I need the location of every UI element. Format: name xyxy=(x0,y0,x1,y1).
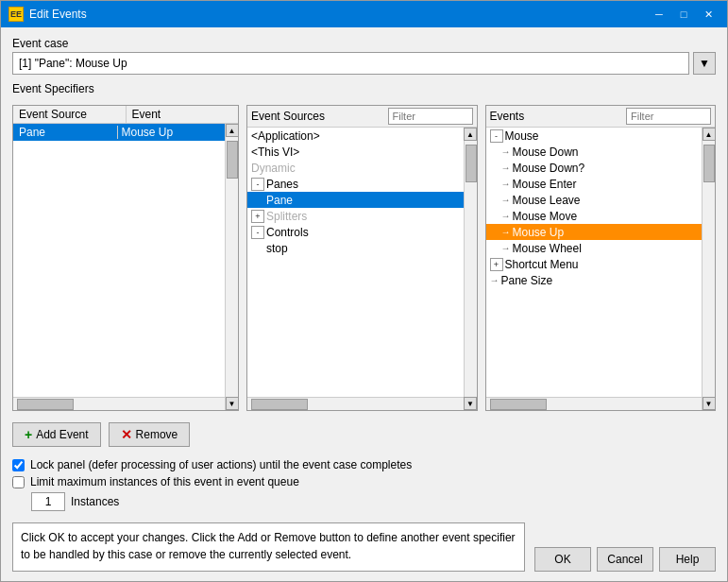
arrow-mouse-move: → xyxy=(501,211,511,221)
add-icon: + xyxy=(25,427,32,442)
specifiers-header: Event Source Event xyxy=(13,106,238,124)
specifier-row-0[interactable]: Pane Mouse Up xyxy=(13,124,225,141)
sources-scroll-thumb xyxy=(466,145,477,182)
specifiers-scrollbar-thumb xyxy=(17,399,74,410)
event-mouse-down-q[interactable]: → Mouse Down? xyxy=(486,160,703,176)
arrow-pane-size: → xyxy=(490,275,499,285)
events-list[interactable]: - Mouse → Mouse Down → Mouse Down? xyxy=(486,128,703,397)
close-button[interactable]: ✕ xyxy=(697,5,720,24)
events-scroll-up[interactable]: ▲ xyxy=(703,128,716,141)
controls-label: Controls xyxy=(266,226,309,239)
events-scroll-down[interactable]: ▼ xyxy=(703,397,716,410)
event-case-row: [1] "Pane": Mouse Up ▼ xyxy=(12,52,716,75)
event-case-arrow[interactable]: ▼ xyxy=(693,52,716,75)
application-label: <Application> xyxy=(251,129,320,143)
source-controls-expand[interactable]: - Controls xyxy=(247,224,464,240)
title-bar: EE Edit Events ─ □ ✕ xyxy=(1,1,727,27)
arrow-mouse-wheel: → xyxy=(501,243,511,253)
panes-expand-icon: - xyxy=(251,178,264,191)
add-event-label: Add Event xyxy=(36,428,88,441)
sources-label: Event Sources xyxy=(251,110,325,123)
event-mouse-enter[interactable]: → Mouse Enter xyxy=(486,176,703,192)
arrow-mouse-down: → xyxy=(501,146,511,157)
source-this-vi[interactable]: <This VI> xyxy=(247,144,464,160)
mouse-wheel-label: Mouse Wheel xyxy=(513,242,582,255)
arrow-mouse-up: → xyxy=(501,227,511,237)
help-button[interactable]: Help xyxy=(659,547,716,572)
maximize-button[interactable]: □ xyxy=(672,5,695,24)
splitters-label: Splitters xyxy=(266,210,307,223)
event-case-dropdown[interactable]: [1] "Pane": Mouse Up xyxy=(12,52,689,75)
mouse-up-label: Mouse Up xyxy=(513,226,565,239)
source-dynamic[interactable]: Dynamic xyxy=(247,160,464,176)
event-case-value: [1] "Pane": Mouse Up xyxy=(19,57,127,70)
source-pane[interactable]: Pane xyxy=(247,192,464,208)
specifiers-scrollbar-x[interactable] xyxy=(13,397,225,410)
sources-scrollbar-y[interactable]: ▲ ▼ xyxy=(464,128,477,410)
limit-instances-checkbox[interactable] xyxy=(12,476,25,488)
arrow-mouse-leave: → xyxy=(501,195,511,205)
stop-label: stop xyxy=(266,242,288,255)
sources-list[interactable]: <Application> <This VI> Dynamic - Panes xyxy=(247,128,464,397)
add-event-button[interactable]: + Add Event xyxy=(12,422,101,447)
events-body: - Mouse → Mouse Down → Mouse Down? xyxy=(486,128,716,410)
source-application[interactable]: <Application> xyxy=(247,128,464,144)
edit-events-window: EE Edit Events ─ □ ✕ Event case [1] "Pan… xyxy=(0,0,728,582)
mouse-move-label: Mouse Move xyxy=(513,210,578,223)
cancel-button[interactable]: Cancel xyxy=(597,547,653,572)
lock-panel-checkbox[interactable] xyxy=(12,459,25,471)
title-bar-left: EE Edit Events xyxy=(8,7,87,22)
sources-scroll-down[interactable]: ▼ xyxy=(464,397,477,410)
sources-scroll-up[interactable]: ▲ xyxy=(464,128,477,141)
checkboxes-section: Lock panel (defer processing of user act… xyxy=(12,458,716,511)
events-scroll-thumb xyxy=(490,399,547,410)
remove-icon: ✕ xyxy=(121,427,132,442)
event-mouse-expand[interactable]: - Mouse xyxy=(486,128,703,144)
bottom-section: Click OK to accept your changes. Click t… xyxy=(12,522,716,572)
event-mouse-up[interactable]: → Mouse Up xyxy=(486,224,703,240)
arrow-mouse-down-q: → xyxy=(501,163,511,173)
event-specifiers-panel: Event Source Event Pane Mouse Up xyxy=(12,105,239,411)
events-label: Events xyxy=(490,110,525,123)
instances-label: Instances xyxy=(71,495,119,508)
panes-label: Panes xyxy=(266,178,298,191)
event-pane-size[interactable]: → Pane Size xyxy=(486,272,703,288)
event-mouse-wheel[interactable]: → Mouse Wheel xyxy=(486,240,703,256)
sources-scrollbar-x[interactable] xyxy=(247,397,464,410)
mouse-down-q-label: Mouse Down? xyxy=(513,162,585,175)
events-scrollbar-y[interactable]: ▲ ▼ xyxy=(702,128,715,410)
event-mouse-leave[interactable]: → Mouse Leave xyxy=(486,192,703,208)
lock-panel-row: Lock panel (defer processing of user act… xyxy=(12,458,716,471)
info-box: Click OK to accept your changes. Click t… xyxy=(12,522,525,572)
event-shortcut-menu[interactable]: + Shortcut Menu xyxy=(486,256,703,272)
sources-filter[interactable] xyxy=(388,108,473,125)
window-icon: EE xyxy=(8,7,24,22)
specifiers-list[interactable]: Pane Mouse Up xyxy=(13,124,225,397)
remove-label: Remove xyxy=(136,428,178,441)
sources-scroll-track xyxy=(465,141,477,397)
source-splitters-expand[interactable]: + Splitters xyxy=(247,208,464,224)
arrow-mouse-enter: → xyxy=(501,179,511,189)
ok-button[interactable]: OK xyxy=(534,547,591,572)
events-scrollbar-x[interactable] xyxy=(486,397,703,410)
remove-button[interactable]: ✕ Remove xyxy=(109,422,191,447)
event-mouse-down[interactable]: → Mouse Down xyxy=(486,144,703,160)
specifiers-scrollbar-y[interactable]: ▲ ▼ xyxy=(225,124,238,410)
scroll-down-btn[interactable]: ▼ xyxy=(226,397,239,410)
splitters-expand-icon: + xyxy=(251,210,264,223)
source-stop[interactable]: stop xyxy=(247,240,464,256)
scroll-up-btn[interactable]: ▲ xyxy=(226,124,239,137)
event-mouse-move[interactable]: → Mouse Move xyxy=(486,208,703,224)
events-panel: Events - Mouse → Mouse Down xyxy=(485,105,717,411)
event-case-section: Event case [1] "Pane": Mouse Up ▼ xyxy=(12,37,716,75)
events-inner: - Mouse → Mouse Down → Mouse Down? xyxy=(486,128,703,410)
sources-header: Event Sources xyxy=(247,106,477,128)
minimize-button[interactable]: ─ xyxy=(648,5,670,24)
source-panes-expand[interactable]: - Panes xyxy=(247,176,464,192)
specifiers-body: Pane Mouse Up ▲ ▼ xyxy=(13,124,238,410)
instances-input[interactable] xyxy=(31,492,65,511)
pane-label: Pane xyxy=(266,194,293,207)
this-vi-label: <This VI> xyxy=(251,146,299,159)
events-filter[interactable] xyxy=(626,108,711,125)
ok-cancel-row: OK Cancel Help xyxy=(534,547,716,572)
